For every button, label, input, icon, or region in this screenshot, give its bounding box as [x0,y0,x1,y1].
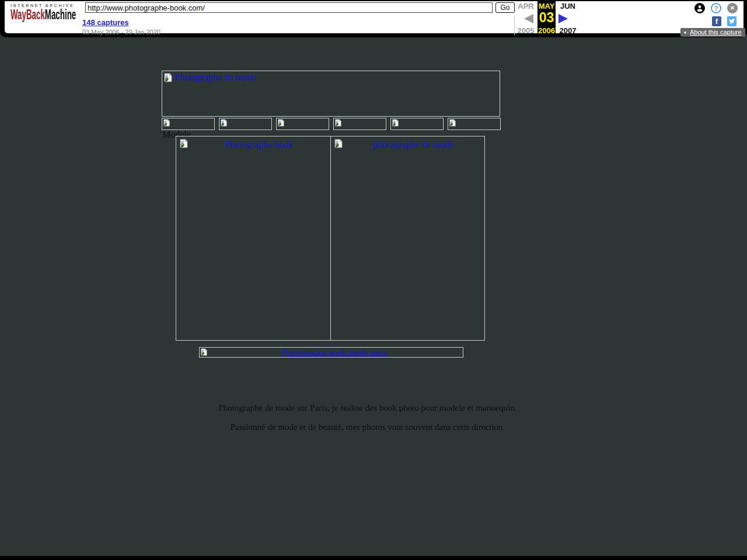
prev-capture-arrow-icon[interactable] [524,14,533,23]
broken-image-icon [334,119,342,127]
nav-image-placeholder-2[interactable] [219,118,272,130]
timeline-current-column: MAY 03 2006 [537,0,556,37]
browser-viewport: INTERNET ARCHIVE WayBackMachine Go 148 c… [0,0,747,560]
wayback-toolbar: INTERNET ARCHIVE WayBackMachine Go 148 c… [0,0,747,37]
banner-alt-link[interactable]: Photographe book mode paris. [208,348,463,357]
gallery-right-alt-link[interactable]: photographe de mode [343,139,484,150]
timeline-current-year: 2006 [537,26,556,35]
broken-image-icon [163,119,170,127]
broken-image-icon [220,119,228,127]
broken-image-icon [449,119,456,127]
timeline-next-month: JUN [557,2,579,10]
timeline-current-day: 03 [537,10,556,26]
intro-paragraph-2: Passionné de mode et de beauté, mes phot… [0,422,735,432]
next-capture-arrow-icon[interactable] [558,14,568,23]
timeline-prev-month: APR [516,2,536,10]
about-this-capture-button[interactable]: ▼About this capture [680,28,745,37]
timeline-prev-year[interactable]: 2005 [516,26,536,35]
nav-image-placeholder-4[interactable] [333,118,386,130]
profile-icon[interactable] [694,3,705,13]
broken-image-icon [179,139,189,148]
close-toolbar-icon[interactable]: ✕ [727,3,738,13]
header-image-alt-link[interactable]: Photographe de mode [174,72,256,83]
intro-paragraph-1: Photographe de mode sur Paris, je realis… [0,403,735,413]
gallery-image-placeholder-right[interactable]: photographe de mode [331,136,485,340]
nav-image-placeholder-3[interactable] [276,118,329,130]
nav-thumbnail-row [162,118,501,130]
capture-date-range: 03 May 2006 - 29 Jan 2020 [82,29,160,36]
nav-image-placeholder-6[interactable] [448,118,501,130]
nav-image-placeholder-1[interactable] [162,118,215,130]
banner-image-placeholder[interactable]: Photographe book mode paris. [199,347,463,358]
header-image-placeholder[interactable]: Photographe de mode [162,71,500,117]
gallery-table: Photographe book photographe de mode [176,136,485,341]
facebook-share-icon[interactable]: f [712,16,721,26]
twitter-share-icon[interactable] [727,16,736,26]
timeline-current-month: MAY [537,2,556,10]
gallery-left-alt-link[interactable]: Photographe book [189,139,329,150]
caret-down-icon: ▼ [683,29,687,37]
bottom-edge-strip [0,556,747,560]
captures-count-link[interactable]: 148 captures [82,18,129,27]
broken-image-icon [392,119,399,127]
broken-image-icon [334,139,343,148]
wayback-machine-logo[interactable]: INTERNET ARCHIVE WayBackMachine [11,4,72,22]
nav-image-placeholder-5[interactable] [390,118,444,130]
broken-image-icon [200,348,208,356]
help-icon[interactable]: ? [711,3,721,13]
broken-image-icon [277,119,285,127]
broken-image-icon [163,73,173,82]
archive-url-input[interactable] [85,2,493,13]
timeline-next-year[interactable]: 2007 [557,26,579,35]
gallery-image-placeholder-left[interactable]: Photographe book [176,136,331,340]
go-button[interactable]: Go [495,2,515,13]
timeline-divider [514,16,515,35]
wayback-machine-wordmark: WayBackMachine [11,8,46,22]
